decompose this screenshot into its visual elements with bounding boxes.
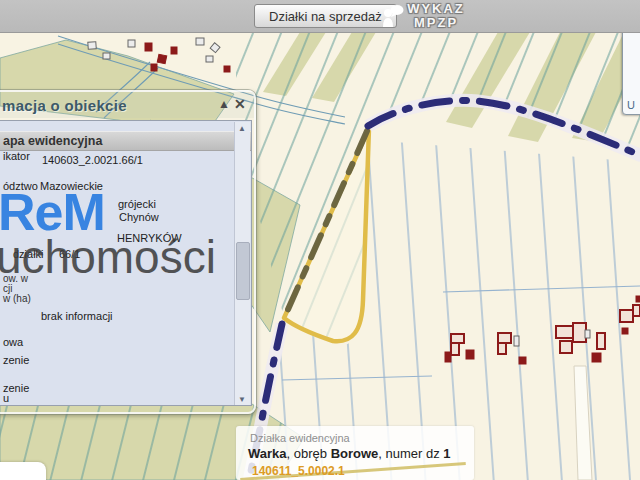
section-header-cadastral-map: apa ewidencyjna — [0, 131, 251, 151]
voivodeship-label: ództwo — [3, 180, 38, 192]
scrollbar-thumb[interactable] — [236, 242, 250, 300]
mpzp-register-label[interactable]: WYKAZ MPZP — [404, 2, 468, 30]
popup-title-text: macja o obiekcie — [2, 97, 127, 114]
scroll-up-icon[interactable]: ▲ — [235, 122, 249, 135]
parcels-for-sale-button[interactable]: Działki na sprzedaż — [254, 4, 397, 28]
scroll-down-icon[interactable]: ▼ — [235, 393, 249, 406]
popup-title-bar[interactable]: macja o obiekcie ▲ ✕ — [0, 92, 254, 118]
tooltip-sep1: , obręb — [287, 446, 331, 461]
app-window: Działki na sprzedaż WYKAZ MPZP W U macja… — [0, 0, 640, 480]
tooltip-category: Działka ewidencyjna — [250, 432, 350, 444]
identifier-label: ikator — [3, 150, 30, 162]
area-value: brak informacji — [41, 310, 113, 322]
popup-scrollbar[interactable]: ▲ ▼ — [234, 122, 250, 406]
parcel-number-value: 66/1 — [59, 248, 80, 260]
bottom-left-widget[interactable] — [0, 462, 46, 480]
tooltip-parcel-name: Warka, obręb Borowe, numer dz 1 — [248, 446, 451, 461]
map-tooltip: Działka ewidencyjna Warka, obręb Borowe,… — [236, 426, 474, 480]
popup-body: apa ewidencyjna ikator 140603_2.0021.66/… — [0, 120, 252, 406]
section-header-text: apa ewidencyjna — [3, 134, 102, 148]
top-toolbar: Działki na sprzedaż WYKAZ MPZP — [0, 0, 640, 33]
commune-value: Chynów — [119, 211, 159, 223]
tooltip-town: Warka — [248, 446, 287, 461]
close-icon[interactable]: ✕ — [234, 97, 246, 111]
tooltip-parcel-number: 1 — [443, 446, 450, 461]
mini-panel-footer-link[interactable]: U — [627, 99, 635, 111]
voivodeship-value: Mazowieckie — [40, 180, 103, 192]
tooltip-precinct: Borowe — [331, 446, 379, 461]
tooltip-parcel-id-link[interactable]: 140611_5.0002.1 — [252, 464, 345, 478]
identifier-value: 140603_2.0021.66/1 — [42, 154, 143, 166]
tooltip-sep2: , numer dz — [378, 446, 443, 461]
area-label-line3: w (ha) — [3, 293, 31, 304]
mpzp-register-line2: MPZP — [404, 16, 468, 30]
county-value: grójecki — [118, 198, 156, 210]
parcel-number-label: działki — [13, 248, 44, 260]
offers-chat-icon[interactable] — [381, 3, 405, 29]
row-fragment-1: owa — [3, 336, 23, 348]
row-fragment-4: u — [3, 392, 9, 404]
object-info-popup: macja o obiekcie ▲ ✕ apa ewidencyjna ika… — [0, 90, 256, 414]
mpzp-register-line1: WYKAZ — [404, 2, 468, 16]
collapse-icon[interactable]: ▲ — [218, 97, 230, 111]
row-fragment-2: zenie — [3, 354, 29, 366]
precinct-value: HENRYKÓW — [117, 232, 182, 244]
